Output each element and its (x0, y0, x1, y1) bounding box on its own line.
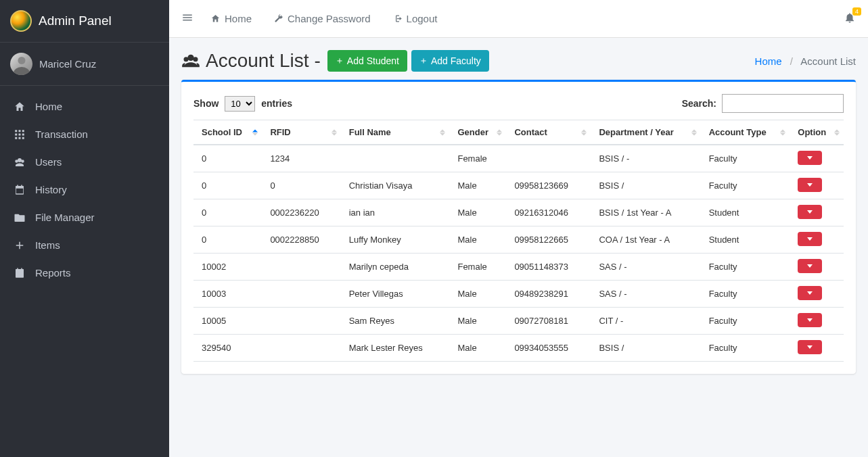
col-gender[interactable]: Gender (449, 120, 506, 145)
cell: Christian Visaya (341, 172, 450, 199)
row-options-button[interactable] (798, 151, 822, 165)
add-student-button[interactable]: Add Student (327, 50, 407, 72)
cell-option (790, 281, 844, 308)
col-school-id[interactable]: School ID (193, 120, 262, 145)
main: Home Change Password Logout 4 Account Li… (169, 0, 868, 457)
cell: Faculty (701, 145, 790, 172)
sidebar-item-history[interactable]: History (0, 176, 169, 203)
cell-option (790, 199, 844, 226)
home-icon (12, 100, 27, 113)
brand-text: Admin Panel (39, 14, 112, 28)
row-options-button[interactable] (798, 205, 822, 219)
top-change-password[interactable]: Change Password (273, 13, 371, 24)
users-icon (181, 51, 200, 70)
cell: Student (701, 199, 790, 226)
row-options-button[interactable] (798, 178, 822, 192)
top-home[interactable]: Home (210, 13, 252, 24)
brand-logo (10, 10, 32, 32)
plus-icon (336, 57, 344, 65)
search-label: Search: (682, 98, 716, 109)
caret-down-icon (807, 210, 813, 214)
sidebar-item-label: Home (35, 101, 62, 112)
top-home-label: Home (225, 13, 252, 24)
avatar (10, 53, 32, 75)
cell (506, 145, 591, 172)
row-options-button[interactable] (798, 286, 822, 300)
cell: 1234 (262, 145, 340, 172)
sidebar-item-home[interactable]: Home (0, 93, 169, 120)
col-rfid[interactable]: RFID (262, 120, 340, 145)
menu-toggle[interactable] (181, 11, 193, 26)
report-icon (12, 266, 27, 279)
sidebar-item-users[interactable]: Users (0, 148, 169, 176)
show-suffix: entries (261, 98, 292, 109)
row-options-button[interactable] (798, 259, 822, 273)
table-row: 10002Marilyn cepedaFemale09051148373SAS … (193, 254, 844, 281)
calendar-icon (12, 183, 27, 196)
sidebar-item-transaction[interactable]: Transaction (0, 120, 169, 148)
caret-down-icon (807, 345, 813, 349)
caret-down-icon (807, 291, 813, 295)
col-full-name[interactable]: Full Name (341, 120, 450, 145)
cell-option (790, 145, 844, 172)
cell: Male (449, 172, 506, 199)
sidebar-item-file-manager[interactable]: File Manager (0, 203, 169, 231)
col-option[interactable]: Option (790, 120, 844, 145)
card: Show 10 entries Search: School IDRFIDFul… (181, 80, 856, 374)
sidebar-item-label: Reports (35, 267, 71, 279)
show-entries: Show 10 entries (193, 96, 292, 112)
row-options-button[interactable] (798, 232, 822, 246)
cell: ian ian (341, 199, 450, 226)
table-row: 329540Mark Lester ReyesMale09934053555BS… (193, 335, 844, 362)
search-input[interactable] (722, 94, 844, 113)
caret-down-icon (807, 237, 813, 241)
col-account-type[interactable]: Account Type (701, 120, 790, 145)
notifications[interactable]: 4 (844, 11, 856, 26)
cell: Faculty (701, 335, 790, 362)
content: Account List - Add Student Add Faculty H… (169, 38, 868, 386)
col-label: Option (798, 127, 826, 137)
table-controls: Show 10 entries Search: (193, 94, 844, 113)
cell-option (790, 308, 844, 335)
cell: Male (449, 226, 506, 254)
brand[interactable]: Admin Panel (0, 0, 169, 43)
search: Search: (682, 94, 844, 113)
sidebar-item-label: Items (35, 239, 60, 251)
topbar: Home Change Password Logout 4 (169, 0, 868, 38)
cell-option (790, 335, 844, 362)
col-contact[interactable]: Contact (506, 120, 591, 145)
sidebar-item-label: History (35, 184, 67, 195)
cell (262, 308, 340, 335)
col-label: School ID (202, 127, 242, 137)
add-faculty-label: Add Faculty (431, 55, 481, 66)
table-row: 00Christian VisayaMale09958123669BSIS /F… (193, 172, 844, 199)
cell: COA / 1st Year - A (591, 226, 700, 254)
sidebar-item-items[interactable]: Items (0, 231, 169, 259)
sidebar-item-label: Users (35, 156, 62, 168)
add-faculty-button[interactable]: Add Faculty (411, 50, 489, 72)
entries-select[interactable]: 10 (225, 96, 255, 112)
cell: 10003 (193, 281, 262, 308)
top-logout[interactable]: Logout (392, 13, 438, 24)
col-department-year[interactable]: Department / Year (591, 120, 700, 145)
plus-icon (419, 57, 428, 65)
cell: Faculty (701, 254, 790, 281)
cell: 10002 (193, 254, 262, 281)
breadcrumb-home[interactable]: Home (755, 55, 782, 67)
col-label: Gender (457, 127, 488, 137)
user-panel[interactable]: Maricel Cruz (0, 43, 169, 86)
cell: Male (449, 335, 506, 362)
cell: 09958123669 (506, 172, 591, 199)
grid-icon (12, 128, 27, 141)
cell-option (790, 172, 844, 199)
row-options-button[interactable] (798, 340, 822, 354)
sidebar-item-reports[interactable]: Reports (0, 259, 169, 287)
cell: Peter Villegas (341, 281, 450, 308)
caret-down-icon (807, 183, 813, 187)
col-label: Department / Year (599, 127, 673, 137)
users-icon (12, 155, 27, 168)
cell-option (790, 254, 844, 281)
row-options-button[interactable] (798, 313, 822, 327)
cell: SAS / - (591, 254, 700, 281)
cell: Sam Reyes (341, 308, 450, 335)
